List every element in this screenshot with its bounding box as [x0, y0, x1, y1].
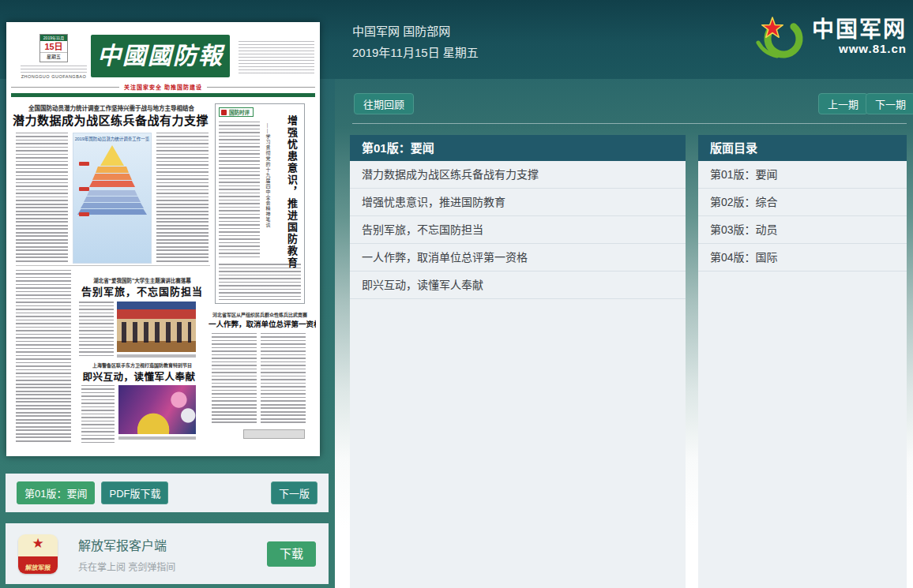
logo-url: www.81.cn — [812, 42, 907, 56]
section-rule — [16, 265, 210, 266]
story2-headline: 告别军旅，不忘国防担当 — [79, 283, 205, 298]
photo-people — [122, 322, 191, 343]
commentary-label-icon — [221, 110, 227, 115]
current-page-badge[interactable]: 第01版：要闻 — [17, 481, 95, 504]
photo-caption — [117, 354, 196, 358]
logo-name: 中国军网 — [812, 18, 907, 42]
pdf-download-button[interactable]: PDF版下载 — [101, 481, 168, 504]
lead-headline: 潜力数据成为战区练兵备战有力支撑 — [9, 111, 212, 128]
article-link[interactable]: 一人作弊，取消单位总评第一资格 — [350, 244, 686, 272]
app-icon: ★ 解放军报 — [18, 534, 58, 574]
app-icon-title: 解放军报 — [18, 563, 58, 571]
story3-kicker: 河北省军区从严组织民兵群众性练兵比武竞赛 — [212, 311, 308, 318]
masthead-slogan: 关注国家安全 助推国防建设 — [124, 83, 202, 91]
app-download-button[interactable]: 下载 — [267, 541, 316, 567]
newspaper-masthead-title: 中國國防報 — [91, 35, 230, 77]
story2-photo — [117, 301, 196, 352]
infographic-label-chip — [79, 187, 89, 191]
masthead-green-bar — [11, 93, 315, 97]
masthead-publication-info — [239, 41, 314, 74]
newspaper-front-page[interactable]: 2019年11月 15日 星期五 ZHONGGUO GUOFANGBAO 中國國… — [6, 22, 320, 456]
site-title: 中国军网 国防部网 — [352, 22, 450, 39]
commentary-subtitle: ——学习贯彻党的十九届四中全会精神笔谈 — [265, 123, 272, 256]
lead-text-column — [16, 133, 68, 262]
article-list-panel: 第01版：要闻 潜力数据成为战区练兵备战有力支撑 增强忧患意识，推进国防教育 告… — [350, 135, 686, 588]
lead-text-column — [156, 133, 209, 262]
article-link[interactable]: 潜力数据成为战区练兵备战有力支撑 — [350, 161, 686, 189]
toolbar-divider — [352, 123, 907, 124]
article-panel-title: 第01版：要闻 — [350, 135, 686, 161]
directory-panel-title: 版面目录 — [698, 135, 907, 161]
site-logo[interactable]: 中国军网 www.81.cn — [753, 13, 907, 62]
commentary-text-bottom — [219, 264, 301, 300]
directory-page-link[interactable]: 第02版：综合 — [698, 189, 907, 216]
story3-text-column — [261, 333, 306, 423]
logo-text: 中国军网 www.81.cn — [812, 18, 907, 56]
logo-star-swoosh-icon — [753, 13, 809, 62]
newspaper-date-box: 2019年11月 15日 星期五 — [39, 34, 68, 62]
masthead-slogan-row: 关注国家安全 助推国防建设 — [11, 83, 315, 91]
article-link[interactable]: 即兴互动，读懂军人奉献 — [350, 272, 686, 299]
commentary-text-column — [219, 122, 260, 259]
commentary-box: 国防时评 ——学习贯彻党的十九届四中全会精神笔谈 增强忧患意识，推进国防教育 — [215, 103, 305, 304]
page: 中国军网 国防部网 2019年11月15日 星期五 中国军网 www.81.cn… — [0, 0, 913, 588]
pyramid-infographic: 2019年国防动员潜力统计调查工作一览 — [73, 133, 152, 264]
story3-headline: 一人作弊，取消单位总评第一资格 — [209, 318, 316, 329]
next-issue-button[interactable]: 下一期 — [866, 93, 913, 114]
story2-text-column — [79, 301, 114, 357]
directory-page-link[interactable]: 第01版：要闻 — [698, 161, 907, 189]
masthead-romanized: ZHONGGUO GUOFANGBAO — [14, 74, 93, 79]
editor-credit-box — [243, 429, 305, 439]
app-title: 解放军报客户端 — [78, 535, 175, 554]
infographic-label-chip — [79, 212, 89, 216]
star-icon: ★ — [18, 534, 58, 554]
infographic-title: 2019年国防动员潜力统计调查工作一览 — [73, 136, 151, 142]
app-texts: 解放军报客户端 兵在掌上阅 亮剑弹指间 — [78, 535, 175, 573]
app-promo-panel: ★ 解放军报 解放军报客户端 兵在掌上阅 亮剑弹指间 下载 — [6, 523, 329, 584]
story4-text-column — [81, 385, 115, 444]
story4-photo — [118, 385, 196, 434]
page-directory-panel: 版面目录 第01版：要闻 第02版：综合 第03版：动员 第04版：国际 — [698, 135, 907, 588]
directory-page-link[interactable]: 第04版：国际 — [698, 244, 907, 272]
next-page-button[interactable]: 下一版 — [271, 481, 317, 504]
prev-issue-button[interactable]: 上一期 — [818, 93, 868, 114]
masthead-micro-text — [21, 66, 87, 73]
story4-headline: 即兴互动，读懂军人奉献 — [81, 369, 197, 384]
page-controls-panel: 第01版：要闻 PDF版下载 下一版 — [6, 474, 329, 512]
site-date: 2019年11月15日 星期五 — [352, 43, 479, 60]
left-text-column — [16, 270, 71, 444]
commentary-label: 国防时评 — [219, 107, 254, 117]
story3-text-column — [212, 333, 257, 423]
story4-kicker: 上海警备区联手东方卫视打造国防教育特别节目 — [82, 361, 202, 369]
infographic-label-chip — [79, 162, 89, 166]
article-link[interactable]: 告别军旅，不忘国防担当 — [350, 216, 686, 244]
directory-page-link[interactable]: 第03版：动员 — [698, 216, 907, 244]
article-link[interactable]: 增强忧患意识，推进国防教育 — [350, 189, 686, 216]
photo-caption — [118, 436, 196, 440]
past-issues-button[interactable]: 往期回顾 — [354, 93, 414, 114]
app-subtitle: 兵在掌上阅 亮剑弹指间 — [78, 560, 175, 573]
